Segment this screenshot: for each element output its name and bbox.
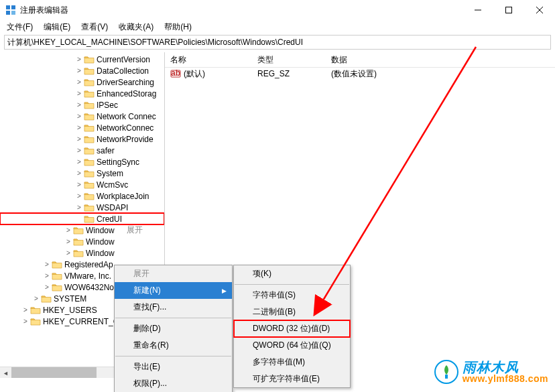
- tree-item[interactable]: CredUI: [0, 213, 164, 224]
- expander-icon[interactable]: >: [32, 295, 40, 302]
- tree-item[interactable]: >Network Connec: [0, 111, 164, 122]
- tree-item[interactable]: >NetworkConnec: [0, 122, 164, 133]
- folder-icon: [52, 271, 62, 281]
- tree-item[interactable]: >WSDAPI: [0, 202, 164, 213]
- list-row[interactable]: ab(默认)REG_SZ(数值未设置): [165, 68, 555, 80]
- ctx-export[interactable]: 导出(E): [115, 358, 232, 375]
- folder-icon: [73, 237, 84, 247]
- folder-icon: [84, 55, 95, 64]
- tree-item[interactable]: >Window展开: [0, 224, 164, 236]
- folder-icon: [84, 214, 95, 224]
- window-title: 注册表编辑器: [20, 5, 462, 16]
- sub-key[interactable]: 项(K): [234, 265, 350, 282]
- folder-icon: [73, 249, 84, 258]
- menu-help[interactable]: 帮助(H): [160, 20, 196, 34]
- tree-item[interactable]: >WorkplaceJoin: [0, 190, 164, 202]
- ctx-delete[interactable]: 删除(D): [115, 320, 232, 337]
- submenu-arrow-icon: ▶: [222, 287, 227, 294]
- expander-icon[interactable]: >: [75, 56, 83, 63]
- expander-icon[interactable]: >: [75, 192, 83, 200]
- expander-icon[interactable]: >: [43, 261, 51, 268]
- tree-item[interactable]: >SettingSync: [0, 156, 164, 168]
- expander-icon[interactable]: >: [75, 124, 83, 131]
- expander-icon[interactable]: >: [75, 78, 83, 86]
- tree-item[interactable]: >IPSec: [0, 99, 164, 111]
- folder-icon: [30, 317, 41, 326]
- tree-item[interactable]: >DriverSearching: [0, 76, 164, 88]
- tree-item[interactable]: >NetworkProvide: [0, 133, 164, 145]
- tree-item[interactable]: >DataCollection: [0, 65, 164, 76]
- expander-icon[interactable]: >: [75, 204, 83, 211]
- col-name[interactable]: 名称: [165, 52, 252, 67]
- folder-icon: [84, 146, 95, 155]
- tree-label: WorkplaceJoin: [97, 192, 149, 201]
- menu-favorites[interactable]: 收藏夹(A): [115, 20, 158, 34]
- expander-icon[interactable]: >: [75, 113, 83, 120]
- tree-label: IPSec: [97, 101, 118, 110]
- tree-item[interactable]: >System: [0, 168, 164, 179]
- sub-string[interactable]: 字符串值(S): [234, 287, 350, 304]
- tree-item[interactable]: >CurrentVersion: [0, 54, 164, 65]
- ctx-permissions[interactable]: 权限(P)...: [115, 375, 232, 392]
- svg-rect-3: [11, 11, 15, 15]
- folder-icon: [52, 283, 62, 292]
- expander-icon[interactable]: >: [43, 283, 51, 291]
- expander-icon[interactable]: >: [75, 181, 83, 188]
- tree-item[interactable]: >EnhancedStorag: [0, 88, 164, 99]
- expander-icon[interactable]: >: [64, 249, 72, 257]
- folder-icon: [84, 123, 95, 133]
- ctx-find[interactable]: 查找(F)...: [115, 299, 232, 316]
- sub-expandstring[interactable]: 可扩充字符串值(E): [234, 371, 350, 387]
- minimize-button[interactable]: [462, 0, 493, 20]
- tree-label: EnhancedStorag: [97, 89, 156, 99]
- expander-icon[interactable]: >: [75, 147, 83, 154]
- ctx-new[interactable]: 新建(N)▶: [115, 282, 232, 299]
- expander-icon[interactable]: >: [64, 238, 72, 245]
- expander-icon[interactable]: >: [75, 135, 83, 143]
- watermark-icon: [434, 360, 458, 384]
- folder-icon: [84, 180, 95, 190]
- tree-item[interactable]: >Window: [0, 236, 164, 247]
- regedit-icon: [5, 5, 16, 15]
- expander-icon[interactable]: >: [75, 90, 83, 97]
- expander-icon[interactable]: >: [21, 306, 29, 314]
- expander-icon[interactable]: >: [21, 318, 29, 325]
- expander-icon[interactable]: >: [75, 101, 83, 109]
- tree-label: HKEY_USERS: [43, 306, 97, 315]
- expander-icon[interactable]: >: [75, 158, 83, 166]
- expander-icon[interactable]: >: [64, 226, 72, 234]
- col-type[interactable]: 类型: [252, 52, 326, 67]
- folder-icon: [84, 169, 95, 178]
- tree-item[interactable]: >Window: [0, 247, 164, 259]
- scroll-left-icon[interactable]: ◄: [0, 367, 11, 378]
- ctx-rename[interactable]: 重命名(R): [115, 337, 232, 354]
- tree-item[interactable]: >WcmSvc: [0, 179, 164, 190]
- expander-icon[interactable]: >: [75, 67, 83, 74]
- menu-view[interactable]: 查看(V): [77, 20, 112, 34]
- maximize-button[interactable]: [493, 0, 524, 20]
- context-submenu-new: 项(K) 字符串值(S) 二进制值(B) DWORD (32 位)值(D) QW…: [233, 265, 351, 388]
- expander-icon[interactable]: >: [75, 170, 83, 177]
- tree-label: SYSTEM: [54, 294, 86, 304]
- tree-label: VMware, Inc.: [64, 271, 111, 281]
- folder-icon: [84, 101, 95, 110]
- sub-dword32[interactable]: DWORD (32 位)值(D): [234, 320, 350, 337]
- col-data[interactable]: 数据: [326, 52, 555, 67]
- folder-icon: [84, 66, 95, 76]
- sub-binary[interactable]: 二进制值(B): [234, 304, 350, 320]
- sub-qword64[interactable]: QWORD (64 位)值(Q): [234, 337, 350, 354]
- menu-file[interactable]: 文件(F): [3, 20, 37, 34]
- address-bar[interactable]: 计算机\HKEY_LOCAL_MACHINE\SOFTWARE\Policies…: [4, 35, 551, 50]
- ctx-expand[interactable]: 展开: [115, 265, 232, 282]
- close-button[interactable]: [524, 0, 555, 20]
- watermark-url: www.ylmf888.com: [462, 374, 548, 383]
- tree-label: System: [97, 169, 123, 178]
- sub-multistring[interactable]: 多字符串值(M): [234, 354, 350, 371]
- expander-icon[interactable]: >: [43, 272, 51, 279]
- title-bar: 注册表编辑器: [0, 0, 555, 20]
- watermark-title: 雨林木风: [462, 361, 548, 374]
- tree-label: Window: [86, 226, 115, 235]
- tree-item[interactable]: >safer: [0, 145, 164, 156]
- menu-edit[interactable]: 编辑(E): [40, 20, 74, 34]
- list-header: 名称 类型 数据: [165, 52, 555, 68]
